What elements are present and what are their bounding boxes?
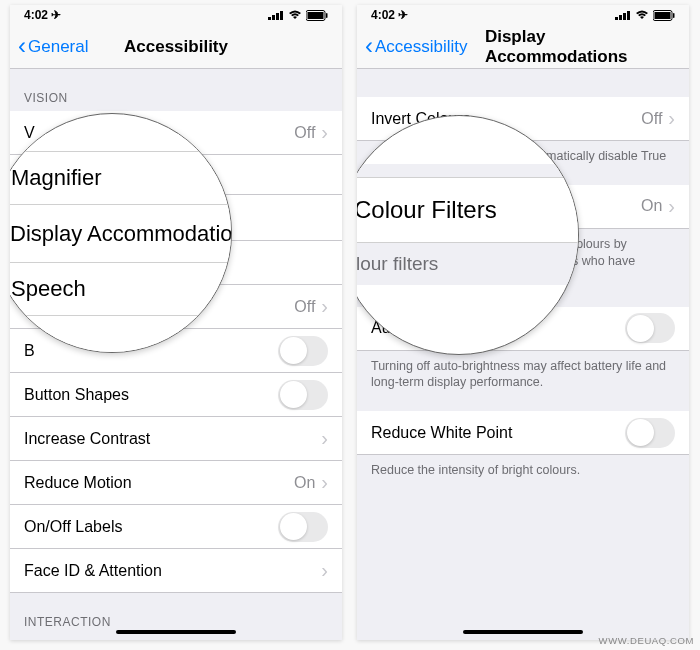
- status-right: [268, 10, 328, 21]
- svg-rect-2: [276, 13, 279, 20]
- svg-rect-3: [280, 11, 283, 20]
- svg-rect-8: [619, 15, 622, 20]
- svg-rect-7: [615, 17, 618, 20]
- status-time: 4:02 ✈: [371, 8, 408, 22]
- home-indicator[interactable]: [463, 630, 583, 634]
- status-time: 4:02 ✈: [24, 8, 61, 22]
- back-button[interactable]: ‹ General: [10, 37, 88, 57]
- chevron-right-icon: ›: [321, 559, 328, 582]
- switch[interactable]: [278, 336, 328, 366]
- svg-rect-0: [268, 17, 271, 20]
- status-right: [615, 10, 675, 21]
- svg-rect-9: [623, 13, 626, 20]
- switch[interactable]: [278, 512, 328, 542]
- signal-icon: [615, 10, 631, 20]
- row-faceid[interactable]: Face ID & Attention ›: [10, 549, 342, 593]
- nav-bar: ‹ General Accessibility: [10, 25, 342, 69]
- section-header-interaction: INTERACTION: [10, 593, 342, 635]
- phone-right: 4:02 ✈ ‹ Accessibility Display Accommoda…: [357, 5, 689, 640]
- wifi-icon: [635, 10, 649, 20]
- svg-rect-6: [326, 13, 328, 18]
- svg-rect-1: [272, 15, 275, 20]
- chevron-left-icon: ‹: [365, 46, 373, 48]
- switch[interactable]: [625, 418, 675, 448]
- row-increase-contrast[interactable]: Increase Contrast ›: [10, 417, 342, 461]
- chevron-right-icon: ›: [668, 107, 675, 130]
- status-bar: 4:02 ✈: [357, 5, 689, 25]
- mag-row: Display AccommodationsOn›: [10, 205, 231, 263]
- switch[interactable]: [625, 313, 675, 343]
- back-label: General: [28, 37, 88, 57]
- signal-icon: [268, 10, 284, 20]
- status-bar: 4:02 ✈: [10, 5, 342, 25]
- footer-text: Reduce the intensity of bright colours.: [357, 455, 689, 493]
- nav-title: Accessibility: [124, 37, 228, 57]
- row-button-shapes[interactable]: Button Shapes: [10, 373, 342, 417]
- row-onoff-labels[interactable]: On/Off Labels: [10, 505, 342, 549]
- mag-row: Speech: [10, 263, 231, 316]
- svg-rect-5: [308, 12, 324, 19]
- svg-rect-10: [627, 11, 630, 20]
- chevron-left-icon: ‹: [18, 46, 26, 48]
- chevron-right-icon: ›: [321, 471, 328, 494]
- mag-row: Colour Filters: [357, 178, 578, 243]
- svg-rect-12: [655, 12, 671, 19]
- back-label: Accessibility: [375, 37, 468, 57]
- svg-rect-13: [673, 13, 675, 18]
- chevron-right-icon: ›: [668, 195, 675, 218]
- footer-text: Turning off auto-brightness may affect b…: [357, 351, 689, 406]
- chevron-right-icon: ›: [321, 121, 328, 144]
- battery-icon: [653, 10, 675, 21]
- nav-title: Display Accommodations: [485, 27, 628, 67]
- wifi-icon: [288, 10, 302, 20]
- watermark: WWW.DEUAQ.COM: [599, 635, 694, 646]
- nav-bar: ‹ Accessibility Display Accommodations: [357, 25, 689, 69]
- home-indicator[interactable]: [116, 630, 236, 634]
- section-header-vision: VISION: [10, 69, 342, 111]
- switch[interactable]: [278, 380, 328, 410]
- phone-left: 4:02 ✈ ‹ General Accessibility VISION V …: [10, 5, 342, 640]
- back-button[interactable]: ‹ Accessibility: [357, 37, 468, 57]
- mag-row: lour filters: [357, 243, 578, 285]
- row-reduce-motion[interactable]: Reduce Motion On ›: [10, 461, 342, 505]
- mag-row: Magnifier: [10, 152, 231, 205]
- row-reduce-white-point[interactable]: Reduce White Point: [357, 411, 689, 455]
- chevron-right-icon: ›: [321, 295, 328, 318]
- chevron-right-icon: ›: [321, 427, 328, 450]
- battery-icon: [306, 10, 328, 21]
